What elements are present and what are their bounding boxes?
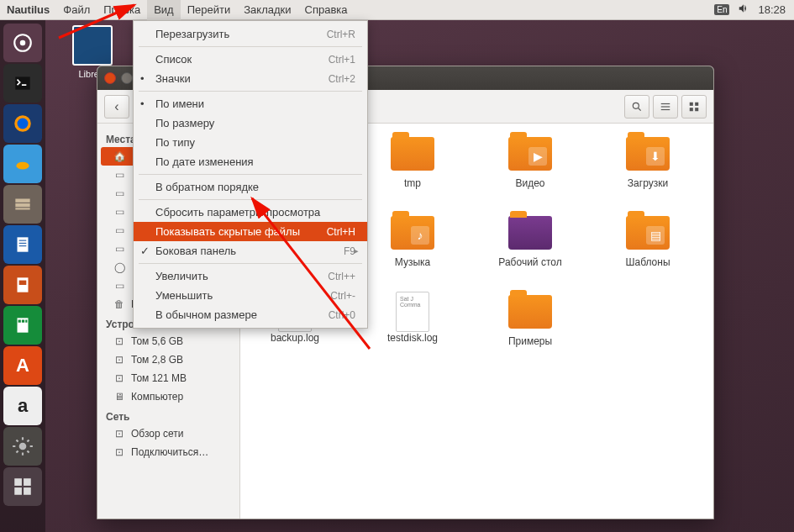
menu-zoom-reset[interactable]: В обычном размереCtrl+0 — [134, 305, 367, 324]
launcher-files[interactable] — [3, 185, 42, 224]
svg-point-4 — [16, 162, 29, 170]
list-view-button[interactable] — [653, 95, 678, 119]
menu-reverse-order[interactable]: В обратном порядке — [134, 177, 367, 197]
folder-examples[interactable]: Примеры — [492, 292, 568, 347]
menu-item-label: В обычном размере — [155, 308, 257, 321]
minimize-button[interactable] — [121, 72, 133, 84]
menu-item-label: По имени — [155, 97, 204, 110]
launcher-amazon[interactable]: a — [3, 387, 42, 425]
svg-rect-22 — [24, 487, 31, 495]
svg-point-23 — [633, 103, 639, 108]
music-icon: ♪ — [411, 226, 429, 245]
home-icon: 🏠 — [113, 150, 126, 163]
menu-bookmarks[interactable]: Закладки — [237, 0, 297, 20]
sidebar-item-label: Том 2,8 GB — [131, 354, 183, 366]
svg-rect-20 — [24, 478, 31, 486]
separator — [139, 263, 362, 264]
menu-file[interactable]: Файл — [56, 0, 97, 20]
menu-reload[interactable]: ПерезагрузитьCtrl+R — [134, 24, 367, 44]
launcher-software[interactable]: A — [3, 346, 42, 385]
language-indicator[interactable]: En — [714, 4, 729, 15]
radio-bullet-icon: • — [140, 72, 145, 85]
sound-icon[interactable] — [738, 3, 749, 17]
sidebar-device[interactable]: ⊡Том 2,8 GB — [97, 350, 239, 369]
sidebar-computer[interactable]: 🖥Компьютер — [97, 387, 239, 406]
menu-sort-name[interactable]: •По имени — [134, 94, 367, 113]
launcher-settings[interactable] — [3, 427, 42, 466]
sidebar-item-label: Том 5,6 GB — [131, 335, 183, 347]
menu-zoom-out[interactable]: УменьшитьCtrl+- — [134, 286, 367, 305]
menu-edit[interactable]: Правка — [97, 0, 147, 20]
file-testdisk-log[interactable]: Sat JCommatestdisk.log — [375, 292, 450, 347]
launcher-impress[interactable] — [3, 266, 42, 304]
menu-item-label: Уменьшить — [155, 289, 213, 302]
menu-list-view[interactable]: СписокCtrl+1 — [134, 50, 367, 69]
sidebar-browse-network[interactable]: ⊡Обзор сети — [97, 424, 239, 443]
folder-tmp[interactable]: tmp — [375, 134, 450, 189]
launcher-weather[interactable] — [3, 145, 42, 183]
menu-item-label: Список — [155, 53, 192, 66]
menu-go[interactable]: Перейти — [181, 0, 238, 20]
shortcut: Ctrl+1 — [329, 54, 355, 66]
launcher-workspace[interactable] — [3, 467, 42, 506]
launcher-writer[interactable] — [3, 225, 42, 264]
shortcut: F9 — [344, 245, 355, 257]
menu-icon-view[interactable]: •ЗначкиCtrl+2 — [134, 69, 367, 88]
menu-item-label: Значки — [155, 72, 191, 85]
folder-downloads[interactable]: ⬇Загрузки — [610, 134, 686, 189]
file-label: tmp — [404, 177, 421, 189]
folder-icon: ▭ — [113, 168, 126, 182]
shortcut: Ctrl+2 — [329, 73, 355, 85]
folder-video[interactable]: ▶Видео — [492, 134, 568, 189]
folder-music[interactable]: ♪Музыка — [375, 213, 450, 268]
launcher-firefox[interactable] — [3, 104, 42, 143]
camera-icon: ◯ — [113, 261, 126, 274]
close-button[interactable] — [104, 72, 116, 84]
launcher-terminal[interactable] — [3, 64, 42, 103]
svg-rect-28 — [695, 102, 698, 105]
svg-rect-8 — [18, 237, 29, 251]
menu-help[interactable]: Справка — [298, 0, 355, 20]
sidebar-connect-server[interactable]: ⊡Подключиться… — [97, 443, 239, 461]
launcher-calc[interactable] — [3, 306, 42, 345]
sidebar-item-label: Подключиться… — [131, 446, 208, 458]
back-button[interactable]: ‹ — [104, 95, 129, 119]
svg-rect-13 — [19, 281, 27, 285]
file-label: Видео — [515, 177, 544, 189]
svg-rect-27 — [690, 102, 693, 105]
grid-view-button[interactable] — [681, 95, 707, 119]
dash-button[interactable] — [3, 24, 42, 62]
svg-rect-29 — [690, 108, 693, 111]
menu-sort-type[interactable]: По типу — [134, 133, 367, 152]
download-icon: ⬇ — [646, 147, 665, 166]
drive-icon: ⊡ — [113, 334, 126, 348]
sidebar-item-label: Обзор сети — [131, 428, 183, 440]
menu-reset-view[interactable]: Сбросить параметры просмотра — [134, 203, 367, 222]
svg-rect-6 — [15, 203, 29, 207]
menu-sidebar-toggle[interactable]: ✓Боковая панельF9 — [134, 241, 367, 261]
folder-icon: ▭ — [113, 279, 126, 292]
file-label: Загрузки — [628, 177, 668, 189]
folder-desktop[interactable]: Рабочий стол — [492, 213, 568, 268]
svg-rect-26 — [661, 108, 670, 109]
menu-zoom-in[interactable]: УвеличитьCtrl++ — [134, 266, 367, 286]
menu-sort-date[interactable]: По дате изменения — [134, 152, 367, 171]
folder-icon: ▭ — [113, 187, 126, 200]
menu-show-hidden[interactable]: Показывать скрытые файлыCtrl+H — [134, 222, 367, 241]
menu-item-label: Боковая панель — [155, 245, 236, 257]
folder-icon: ▭ — [113, 205, 126, 219]
file-label: backup.log — [271, 332, 319, 344]
sidebar-device[interactable]: ⊡Том 121 MB — [97, 369, 239, 387]
sidebar-device[interactable]: ⊡Том 5,6 GB — [97, 332, 239, 350]
folder-icon: ▭ — [113, 224, 126, 237]
menu-view[interactable]: Вид — [147, 0, 181, 20]
svg-rect-11 — [19, 245, 27, 246]
svg-rect-19 — [14, 478, 22, 486]
search-button[interactable] — [624, 95, 649, 119]
menu-item-label: В обратном порядке — [155, 181, 259, 193]
clock[interactable]: 18:28 — [758, 3, 786, 16]
svg-point-1 — [20, 40, 26, 46]
menu-sort-size[interactable]: По размеру — [134, 113, 367, 133]
connect-icon: ⊡ — [113, 445, 126, 459]
folder-templates[interactable]: ▤Шаблоны — [610, 213, 686, 268]
